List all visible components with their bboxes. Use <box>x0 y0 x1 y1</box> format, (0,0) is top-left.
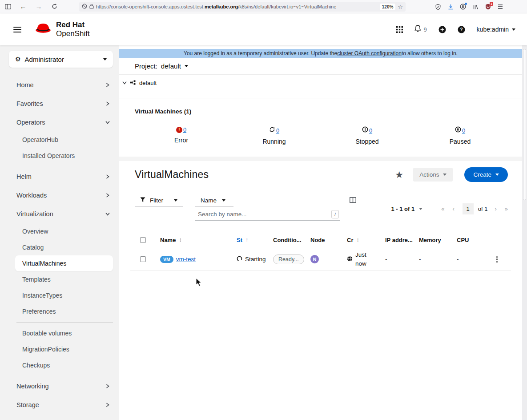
column-header-ip[interactable]: IP addre... <box>382 237 416 243</box>
first-page-button[interactable]: « <box>438 204 448 214</box>
row-kebab-menu[interactable] <box>495 254 499 264</box>
pagination: 1 - 1 of 1 « ‹ of 1 › » <box>391 203 511 214</box>
perspective-switcher[interactable]: ⚙ Administrator <box>9 51 113 68</box>
select-all-checkbox[interactable] <box>140 237 146 243</box>
column-header-conditions[interactable]: Conditio... <box>270 237 307 243</box>
sidebar-item-operatorhub[interactable]: OperatorHub <box>0 132 119 148</box>
reload-icon[interactable] <box>49 2 60 12</box>
stopped-count-link[interactable]: 0 <box>369 127 372 134</box>
running-count-link[interactable]: 0 <box>276 127 279 134</box>
url-bar[interactable]: https://console-openshift-console.apps.o… <box>79 2 406 12</box>
sidebar-item-storage[interactable]: Storage <box>0 396 119 414</box>
url-text[interactable]: https://console-openshift-console.apps.o… <box>96 4 336 9</box>
sort-asc-icon[interactable]: ↑ <box>245 237 248 243</box>
column-header-node[interactable]: Node <box>307 237 344 243</box>
forward-icon[interactable]: → <box>33 2 44 12</box>
chevron-right-icon <box>106 384 109 388</box>
sidebar-item-overview[interactable]: Overview <box>0 223 119 239</box>
tree-expand-icon[interactable] <box>123 81 126 85</box>
sidebar-item-bootable-volumes[interactable]: Bootable volumes <box>0 325 119 341</box>
sidebar-item-favorites[interactable]: Favorites <box>0 94 119 113</box>
screen: ← → https://console-openshift-console.ap… <box>0 0 527 420</box>
chevron-down-icon <box>222 199 225 202</box>
scrollbar-thumb[interactable] <box>523 49 526 200</box>
sidebar-item-virtualmachines[interactable]: VirtualMachines <box>15 255 113 271</box>
sidebar-item-migrationpolicies[interactable]: MigrationPolicies <box>0 341 119 357</box>
actions-button[interactable]: Actions <box>413 168 453 182</box>
app-launcher-icon[interactable] <box>396 26 403 33</box>
sidebar-item-networking[interactable]: Networking <box>0 377 119 396</box>
sort-icon[interactable]: ↕ <box>179 237 181 243</box>
column-header-created[interactable]: Cr ↕ <box>344 237 382 243</box>
back-icon[interactable]: ← <box>18 2 28 12</box>
sidebar-item-installed-operators[interactable]: Installed Operators <box>0 148 119 164</box>
project-tree-row[interactable]: default <box>119 75 522 91</box>
oauth-config-link[interactable]: cluster OAuth configuration <box>337 50 402 57</box>
vm-name-link[interactable]: vm-test <box>176 256 196 262</box>
next-page-button[interactable]: › <box>491 204 500 214</box>
row-checkbox[interactable] <box>140 256 146 262</box>
library-icon[interactable] <box>471 2 480 12</box>
error-icon: ! <box>176 127 182 133</box>
sidebar-item-operators[interactable]: Operators <box>0 113 119 132</box>
condition-badge[interactable]: Ready... <box>273 254 304 264</box>
last-page-button[interactable]: » <box>501 204 511 214</box>
help-icon[interactable]: ? <box>458 26 465 33</box>
brand-logo[interactable]: Red Hat OpenShift <box>34 20 90 38</box>
user-menu[interactable]: kube:admin <box>477 26 515 33</box>
adblock-icon[interactable]: 1 <box>483 2 492 12</box>
sidebar-item-workloads[interactable]: Workloads <box>0 186 119 205</box>
zoom-level-badge[interactable]: 120% <box>380 4 396 10</box>
bookmark-star-icon[interactable]: ☆ <box>398 4 403 10</box>
sidebar-item-home[interactable]: Home <box>0 76 119 94</box>
cogs-icon: ⚙ <box>15 56 21 62</box>
chevron-down-icon <box>106 120 109 125</box>
sort-icon[interactable]: ↕ <box>356 237 359 243</box>
banner-text: You are logged in as a temporary adminis… <box>184 50 337 57</box>
starting-spinner-icon <box>237 256 242 263</box>
chevron-down-icon <box>106 212 109 216</box>
lock-icon[interactable] <box>89 3 94 11</box>
adblock-badge: 1 <box>490 2 493 6</box>
sidebar-item-preferences[interactable]: Preferences <box>0 303 119 319</box>
notifications-bell[interactable]: 9 <box>414 25 426 34</box>
browser-menu-icon[interactable] <box>496 2 505 12</box>
page-number-input[interactable] <box>463 203 474 214</box>
tracking-protection-icon[interactable] <box>82 3 87 11</box>
protections-shield-icon[interactable] <box>434 2 443 12</box>
project-node-icon <box>130 80 136 86</box>
overview-heading: Virtual Machines (1) <box>135 108 507 115</box>
column-header-name[interactable]: Name ↕ <box>157 237 233 243</box>
search-input[interactable] <box>195 211 331 218</box>
globe-icon <box>347 256 353 263</box>
column-header-cpu[interactable]: CPU <box>454 237 487 243</box>
column-header-memory[interactable]: Memory <box>416 237 454 243</box>
vm-list-section: VirtualMachines ★ Actions Create Filter <box>119 161 522 271</box>
account-icon[interactable] <box>459 2 467 12</box>
sidebar-item-helm[interactable]: Helm <box>0 167 119 186</box>
favorite-star-icon[interactable]: ★ <box>395 170 403 179</box>
column-management-icon[interactable] <box>350 197 356 205</box>
node-badge[interactable]: N <box>310 255 319 263</box>
filter-dropdown[interactable]: Filter <box>135 194 183 207</box>
sidebar-item-checkups[interactable]: Checkups <box>0 357 119 373</box>
create-button[interactable]: Create <box>464 167 508 182</box>
scrollbar-track[interactable] <box>522 45 527 420</box>
nav-toggle-icon[interactable] <box>13 27 21 32</box>
sidebar-nav: ⚙ Administrator Home Favorites Operators… <box>0 45 119 420</box>
quick-create-icon[interactable] <box>438 26 446 33</box>
project-selector[interactable]: Project: default <box>119 58 522 75</box>
sidebar-item-catalog[interactable]: Catalog <box>0 239 119 255</box>
paused-count-link[interactable]: 0 <box>462 127 465 134</box>
sidebar-item-templates[interactable]: Templates <box>0 271 119 287</box>
sidebar-toggle-icon[interactable] <box>3 2 13 12</box>
per-page-dropdown[interactable]: 1 - 1 of 1 <box>391 206 422 212</box>
column-header-status[interactable]: St ↑ <box>233 237 270 243</box>
sidebar-item-instancetypes[interactable]: InstanceTypes <box>0 287 119 303</box>
downloads-icon[interactable] <box>446 2 455 12</box>
svg-text:?: ? <box>460 27 463 32</box>
prev-page-button[interactable]: ‹ <box>449 204 458 214</box>
sidebar-item-virtualization[interactable]: Virtualization <box>0 205 119 223</box>
search-type-dropdown[interactable]: Name <box>195 194 233 207</box>
error-count-link[interactable]: 0 <box>183 126 186 133</box>
